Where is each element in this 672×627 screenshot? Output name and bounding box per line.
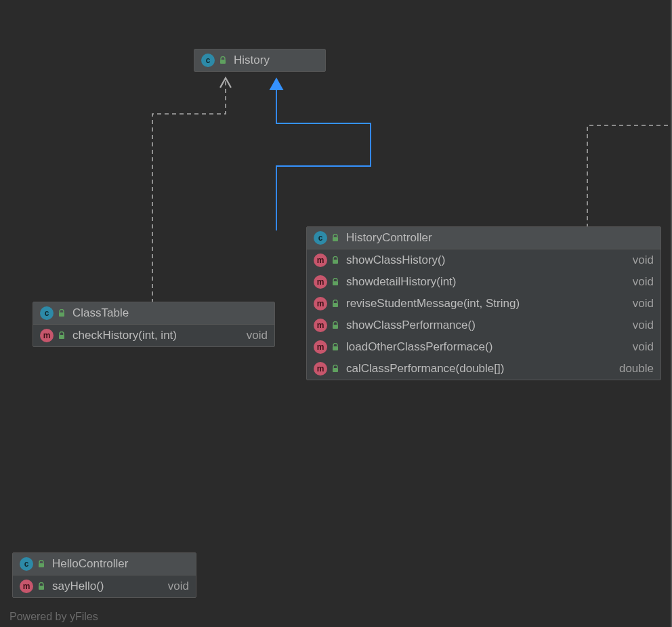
class-icon [20, 557, 33, 571]
svg-rect-11 [39, 586, 44, 590]
member-row[interactable]: reviseStudentMessage(int, String) void [307, 293, 660, 315]
svg-rect-3 [333, 237, 338, 241]
powered-by-label: Powered by yFiles [9, 611, 98, 623]
class-name: HistoryController [346, 231, 432, 245]
class-header: HistoryController [307, 227, 660, 249]
member-signature: showClassPerformance() [346, 319, 476, 332]
svg-rect-0 [220, 60, 226, 64]
edge-classtable-to-history [152, 78, 226, 303]
lock-icon [219, 56, 227, 64]
class-history[interactable]: History [194, 49, 326, 72]
class-name: History [234, 54, 270, 67]
member-return-type: void [619, 254, 654, 267]
svg-rect-10 [39, 563, 44, 567]
member-row[interactable]: sayHello() void [13, 575, 196, 597]
method-icon [314, 362, 327, 376]
method-icon [314, 297, 327, 310]
method-icon [20, 580, 33, 593]
class-classtable[interactable]: ClassTable checkHistory(int, int) void [33, 302, 275, 347]
class-members: showClassHistory() void showdetailHistor… [307, 249, 660, 380]
member-return-type: void [233, 329, 268, 342]
lock-icon [331, 278, 339, 286]
member-signature: loadOtherClassPerformace() [346, 340, 492, 354]
svg-rect-1 [59, 312, 64, 317]
svg-rect-4 [333, 260, 338, 264]
lock-icon [58, 331, 66, 340]
member-row[interactable]: showClassHistory() void [307, 249, 660, 271]
class-header: ClassTable [33, 302, 274, 325]
class-members: checkHistory(int, int) void [33, 325, 274, 346]
class-historycontroller[interactable]: HistoryController showClassHistory() voi… [306, 226, 661, 380]
member-return-type: void [619, 340, 654, 354]
lock-icon [37, 560, 45, 568]
member-return-type: void [619, 275, 654, 289]
lock-icon [331, 300, 339, 308]
method-icon [314, 254, 327, 267]
class-icon [314, 231, 327, 245]
edge-historycontroller-to-offscreen [587, 125, 672, 228]
lock-icon [331, 321, 339, 329]
lock-icon [331, 365, 339, 373]
class-icon [40, 306, 54, 320]
svg-rect-5 [333, 281, 338, 285]
lock-icon [331, 343, 339, 351]
lock-icon [37, 582, 45, 590]
svg-rect-2 [59, 335, 64, 339]
member-signature: showdetailHistory(int) [346, 275, 457, 289]
class-name: HelloController [52, 557, 128, 571]
member-row[interactable]: calClassPerformance(double[]) double [307, 358, 660, 380]
class-name: ClassTable [72, 306, 129, 320]
member-signature: checkHistory(int, int) [72, 329, 177, 342]
class-members: sayHello() void [13, 575, 196, 597]
class-header: History [194, 49, 325, 71]
svg-rect-7 [333, 325, 338, 329]
class-header: HelloController [13, 553, 196, 575]
member-return-type: void [619, 297, 654, 310]
method-icon [314, 319, 327, 332]
member-signature: sayHello() [52, 580, 104, 593]
svg-rect-8 [333, 346, 338, 350]
member-signature: reviseStudentMessage(int, String) [346, 297, 520, 310]
class-hellocontroller[interactable]: HelloController sayHello() void [12, 552, 196, 598]
method-icon [40, 329, 54, 342]
edge-historycontroller-to-history [276, 79, 371, 230]
svg-rect-6 [333, 303, 338, 307]
class-icon [201, 54, 215, 67]
member-row[interactable]: loadOtherClassPerformace() void [307, 336, 660, 358]
member-return-type: double [606, 362, 654, 376]
member-row[interactable]: checkHistory(int, int) void [33, 325, 274, 346]
method-icon [314, 275, 327, 289]
method-icon [314, 340, 327, 354]
lock-icon [331, 234, 339, 242]
member-return-type: void [154, 580, 189, 593]
svg-rect-9 [333, 368, 338, 372]
member-signature: showClassHistory() [346, 254, 445, 267]
member-signature: calClassPerformance(double[]) [346, 362, 504, 376]
lock-icon [331, 256, 339, 264]
member-row[interactable]: showClassPerformance() void [307, 315, 660, 336]
member-row[interactable]: showdetailHistory(int) void [307, 271, 660, 293]
member-return-type: void [619, 319, 654, 332]
lock-icon [58, 309, 66, 317]
